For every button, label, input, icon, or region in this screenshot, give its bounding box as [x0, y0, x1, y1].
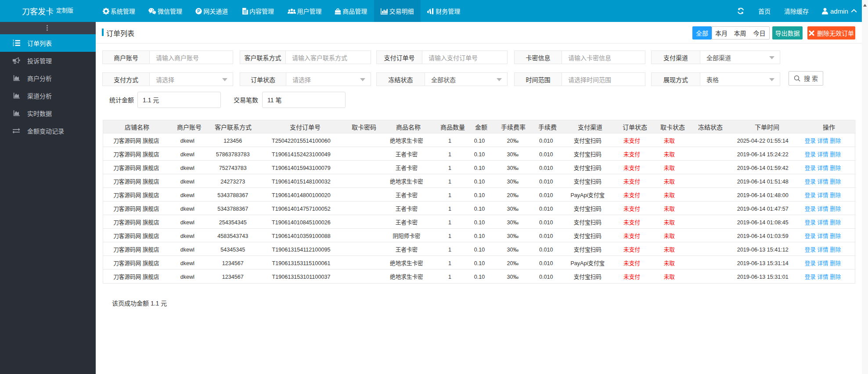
svg-text:P: P: [197, 9, 200, 14]
svg-text:2: 2: [13, 42, 14, 44]
svg-text:1: 1: [13, 40, 14, 42]
svg-text:3: 3: [13, 44, 14, 47]
